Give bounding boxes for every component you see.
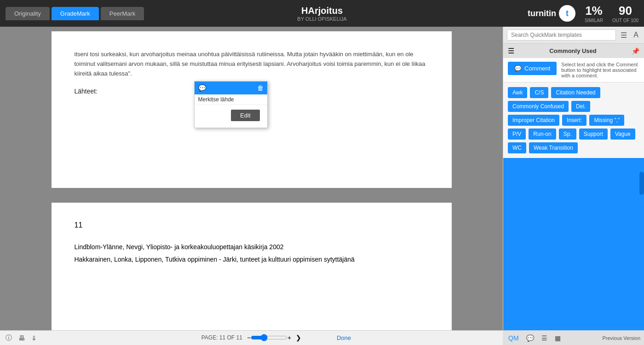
list-tool-btn[interactable]: ☰ xyxy=(540,333,549,343)
tag-insert[interactable]: Insert: xyxy=(562,115,586,126)
tab-group: Originality GradeMark PeerMark xyxy=(6,7,144,20)
tag-del[interactable]: Del. xyxy=(571,101,590,112)
comment-icon: 💬 xyxy=(198,84,206,92)
reference-2: Hakkarainen, Lonka, Lipponen, Tutkiva op… xyxy=(75,254,429,264)
comment-button[interactable]: 💬 Comment xyxy=(508,62,557,75)
top-right-section: turnitin t 1% SIMILAR 90 OUT OF 100 xyxy=(528,4,638,23)
tag-cs[interactable]: C/S xyxy=(530,87,548,98)
main-area: itseni tosi surkeaksi, kun arvoharjoitus… xyxy=(0,27,644,345)
pin-icon[interactable]: 📌 xyxy=(632,47,639,55)
document-area[interactable]: itseni tosi surkeaksi, kun arvoharjoitus… xyxy=(0,27,503,345)
tab-peermark[interactable]: PeerMark xyxy=(101,7,144,20)
tab-grademark[interactable]: GradeMark xyxy=(52,7,99,20)
tag-run-on[interactable]: Run-on xyxy=(529,129,556,140)
previous-version-label: Previous Version xyxy=(602,335,640,341)
reference-1: Lindblom-Ylänne, Nevgi, Yliopisto- ja ko… xyxy=(75,243,429,251)
comment-popup: 💬 🗑 Merkitse lähde Edit xyxy=(194,81,268,128)
font-icon[interactable]: A xyxy=(632,30,640,40)
quickmark-tags: Awk C/S Citation Needed Commonly Confuse… xyxy=(503,82,644,158)
info-icon[interactable]: ⓘ xyxy=(6,334,12,342)
top-bar: Originality GradeMark PeerMark HArjoitus… xyxy=(0,0,644,27)
grid-tool-btn[interactable]: ▦ xyxy=(553,333,563,343)
tag-vague[interactable]: Vague xyxy=(610,129,635,140)
tag-missing-comma[interactable]: Missing "," xyxy=(589,115,624,126)
tag-improper-citation[interactable]: Improper Citation xyxy=(508,115,559,126)
tag-support[interactable]: Support xyxy=(579,129,608,140)
comment-btn-icon: 💬 xyxy=(514,65,522,72)
tag-weak-transition[interactable]: Weak Transition xyxy=(529,142,578,153)
download-icon[interactable]: ⇓ xyxy=(31,334,37,342)
scroll-handle[interactable] xyxy=(639,172,644,195)
list-view-icon[interactable]: ☰ xyxy=(508,47,514,55)
page-number: 11 xyxy=(75,221,429,229)
document-page-1: itseni tosi surkeaksi, kun arvoharjoitus… xyxy=(52,31,452,188)
print-icon[interactable]: 🖶 xyxy=(18,334,25,342)
comment-tool-btn[interactable]: 💬 xyxy=(524,333,536,343)
comment-description: Select text and click the Comment button… xyxy=(561,62,639,78)
tag-citation-needed[interactable]: Citation Needed xyxy=(551,87,600,98)
tag-pv[interactable]: P/V xyxy=(508,129,526,140)
section-title: Commonly Used xyxy=(549,47,597,54)
edit-button[interactable]: Edit xyxy=(231,110,259,121)
tag-commonly-confused[interactable]: Commonly Confused xyxy=(508,101,569,112)
done-bar: ⓘ 🖶 ⇓ Done xyxy=(0,330,503,345)
popup-label: Merkitse lähde xyxy=(195,94,267,105)
search-input[interactable] xyxy=(507,29,616,41)
right-bottom-area xyxy=(503,158,644,345)
document-title: HArjoitus BY OLLI OPISKELIJA xyxy=(297,6,346,22)
tag-awk[interactable]: Awk xyxy=(508,87,527,98)
done-label: Done xyxy=(337,334,351,341)
quickmark-search-bar: ☰ A xyxy=(503,27,644,44)
comment-section: 💬 Comment Select text and click the Comm… xyxy=(503,58,644,82)
qm-tool-btn[interactable]: QM xyxy=(506,333,521,343)
page-separator xyxy=(9,195,494,203)
tag-sp[interactable]: Sp. xyxy=(559,129,576,140)
similarity-score: 1% SIMILAR xyxy=(585,4,603,23)
footer-toolbar: QM 💬 ☰ ▦ Previous Version xyxy=(503,330,644,345)
tag-wc[interactable]: WC xyxy=(508,142,526,153)
quickmark-header: ☰ Commonly Used 📌 xyxy=(503,44,644,58)
delete-icon[interactable]: 🗑 xyxy=(257,84,264,92)
grade-score: 90 OUT OF 100 xyxy=(612,4,638,23)
list-icon[interactable]: ☰ xyxy=(619,30,629,41)
document-page-2: 11 Lindblom-Ylänne, Nevgi, Yliopisto- ja… xyxy=(52,203,452,345)
tab-originality[interactable]: Originality xyxy=(6,7,50,20)
turnitin-icon: t xyxy=(559,5,575,22)
right-panel: ☰ A ☰ Commonly Used 📌 💬 Comment Select t… xyxy=(503,27,644,345)
popup-header: 💬 🗑 xyxy=(195,82,267,94)
turnitin-logo: turnitin t xyxy=(528,5,575,22)
